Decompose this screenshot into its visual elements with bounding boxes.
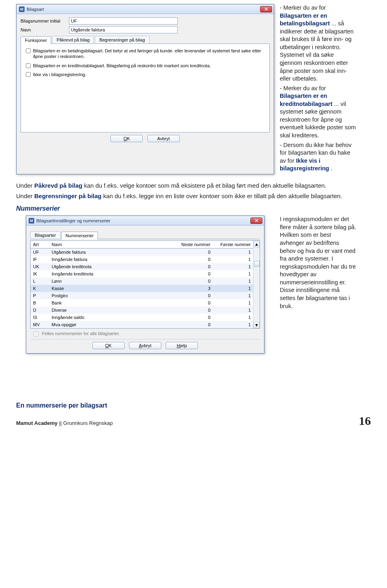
table-row[interactable]: UFUtgående faktura01 <box>31 248 260 256</box>
footer-brand: Mamut Academy <box>16 420 58 426</box>
cell-navn: Inngående kreditnota <box>52 271 173 276</box>
cell-art: D <box>33 308 52 313</box>
tab-funksjoner[interactable]: Funksjoner <box>21 36 51 44</box>
close-icon <box>264 7 268 11</box>
col-forste: Første nummer <box>217 242 257 247</box>
col-art: Art <box>33 242 52 247</box>
page-footer: Mamut Academy || Grunnkurs Regnskap 16 <box>16 414 371 428</box>
cell-neste: 0 <box>173 250 217 255</box>
scrollbar[interactable]: ▲ ▼ <box>253 241 260 328</box>
cell-navn: Lønn <box>52 279 173 284</box>
label-navn: Navn <box>21 27 69 32</box>
cell-navn: Utgående kreditnota <box>52 264 173 269</box>
cell-neste: 0 <box>173 293 217 298</box>
scroll-thumb[interactable] <box>254 261 260 267</box>
table-row[interactable]: BBank01 <box>31 299 260 306</box>
cell-navn: Postgiro <box>52 293 173 298</box>
cell-navn: Bank <box>52 300 173 305</box>
tabbar-2: Bilagsarter Nummerserier <box>30 231 260 239</box>
cancel-button[interactable]: Avbryt <box>148 135 180 142</box>
ok-button[interactable]: OK <box>92 342 125 349</box>
side2-text: I regnskapsmodulen er det flere måter å … <box>280 215 356 310</box>
table-row[interactable]: DDiverse01 <box>31 306 260 314</box>
cell-navn: Inngående faktura <box>52 257 173 262</box>
cell-neste: 0 <box>173 308 217 313</box>
checkbox-betalingsbilagsart[interactable] <box>26 48 31 53</box>
cell-forste: 1 <box>217 286 257 291</box>
cell-forste: 1 <box>217 264 257 269</box>
cell-forste: 1 <box>217 308 257 313</box>
label-initial: Bilagsnummer initial <box>21 19 69 23</box>
side1-p3c: . <box>331 165 333 172</box>
dialog2-body: Bilagsarter Nummerserier Art Navn Neste … <box>26 226 264 353</box>
cell-navn: Inngående saldo <box>52 315 173 320</box>
table-row[interactable]: IKInngående kreditnota01 <box>31 270 260 277</box>
col-navn: Navn <box>52 242 173 247</box>
sub-heading: En nummerserie per bilagsart <box>16 402 371 409</box>
cell-navn: Kasse <box>52 286 173 291</box>
cell-art: IS <box>33 315 52 320</box>
tab-begrensninger[interactable]: Begrensninger på bilag <box>95 36 149 43</box>
ok-button[interactable]: OOKK <box>110 135 143 142</box>
cancel-button[interactable]: Avbryt <box>129 342 161 349</box>
tab-nummerserier[interactable]: Nummerserier <box>61 232 98 239</box>
close-button[interactable] <box>250 217 262 224</box>
table-row[interactable]: PPostgiro01 <box>31 292 260 299</box>
checkbox-kreditnota[interactable] <box>26 63 31 68</box>
cell-neste: 0 <box>173 315 217 320</box>
checkbox-ikke-vis[interactable] <box>26 72 31 77</box>
cancel-label: Avbryt <box>157 136 170 141</box>
mid-p2: Under Begrensninger på bilag kan du f.ek… <box>16 192 371 200</box>
felles-label: Felles nummerserier for alle bilagsarter… <box>42 331 120 336</box>
close-button[interactable] <box>260 6 272 12</box>
side1-p2b: Bilagsarten er en kreditnotabilagsart <box>280 93 333 107</box>
input-initial[interactable] <box>69 17 178 25</box>
cell-forste: 1 <box>217 300 257 305</box>
checkbox-felles[interactable] <box>33 331 39 337</box>
felles-check-row: Felles nummerserier for alle bilagsarter… <box>30 329 260 337</box>
cell-forste: 1 <box>217 257 257 262</box>
cell-art: IK <box>33 271 52 276</box>
tab-pane-funksjoner: Bilagsarten er en betalingsbilagsart. De… <box>21 44 270 133</box>
table-row[interactable]: LLønn01 <box>31 277 260 285</box>
dialog-titlebar: M Bilagsart <box>17 4 274 14</box>
mid-p1: Under Påkrevd på bilag kan du f.eks. vel… <box>16 182 371 190</box>
table-row[interactable]: ISInngående saldo01 <box>31 314 260 321</box>
table-row[interactable]: UKUtgående kreditnota01 <box>31 263 260 270</box>
table-row[interactable]: IFInngående faktura01 <box>31 256 260 263</box>
tab-pakrevd[interactable]: Påkrevd på bilag <box>52 36 94 43</box>
help-button[interactable]: Hjelp <box>166 342 198 349</box>
side1-p1b: Bilagsarten er en betalingsbilagsart <box>280 12 330 27</box>
table-row[interactable]: KKasse31 <box>31 285 260 292</box>
cell-art: B <box>33 300 52 305</box>
cell-neste: 0 <box>173 271 217 276</box>
input-navn[interactable] <box>69 26 178 33</box>
dialog2-title: Bilagsartinnstillinger og nummerserier <box>36 218 250 223</box>
tabbar: Funksjoner Påkrevd på bilag Begrensninge… <box>21 36 270 44</box>
cell-neste: 0 <box>173 279 217 284</box>
cell-forste: 1 <box>217 250 257 255</box>
cell-navn: Mva-oppgjør <box>52 322 173 327</box>
scroll-down-icon[interactable]: ▼ <box>254 322 260 328</box>
tab-bilagsarter[interactable]: Bilagsarter <box>30 231 60 239</box>
close-icon <box>255 219 258 222</box>
cell-art: P <box>33 293 52 298</box>
cell-forste: 1 <box>217 315 257 320</box>
heading-nummerserier: Nummerserier <box>16 205 371 212</box>
cell-neste: 0 <box>173 264 217 269</box>
cell-art: K <box>33 286 52 291</box>
cell-forste: 1 <box>217 322 257 327</box>
checkbox-label-1: Bilagsarten er en betalingsbilagsart. De… <box>33 48 264 60</box>
cell-neste: 0 <box>173 300 217 305</box>
cell-art: L <box>33 279 52 284</box>
dialog2-titlebar: M Bilagsartinnstillinger og nummerserier <box>26 216 264 226</box>
cell-forste: 1 <box>217 271 257 276</box>
cell-navn: Utgående faktura <box>52 250 173 255</box>
app-icon: M <box>29 218 34 224</box>
scroll-up-icon[interactable]: ▲ <box>254 241 260 247</box>
cell-art: UF <box>33 250 52 255</box>
table-row[interactable]: MVMva-oppgjør01 <box>31 321 260 328</box>
nummerserier-dialog: M Bilagsartinnstillinger og nummerserier… <box>26 215 264 354</box>
side-text-1: - Merker du av for Bilagsarten er en bet… <box>280 4 356 174</box>
cell-forste: 1 <box>217 279 257 284</box>
